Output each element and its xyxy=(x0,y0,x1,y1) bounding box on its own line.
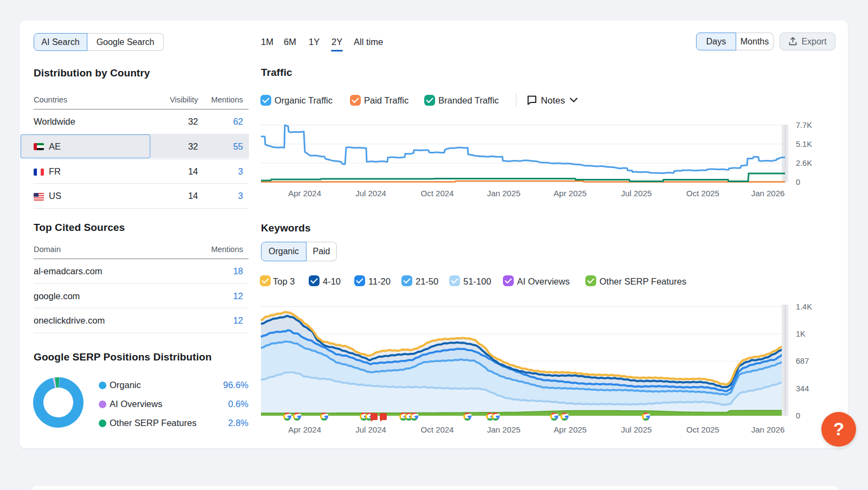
svg-text:0: 0 xyxy=(796,411,800,420)
svg-text:Apr 2025: Apr 2025 xyxy=(554,189,587,198)
svg-text:Jul 2024: Jul 2024 xyxy=(355,189,386,198)
svg-text:687: 687 xyxy=(796,357,809,365)
svg-text:Jan 2026: Jan 2026 xyxy=(751,425,785,434)
svg-text:Jan 2025: Jan 2025 xyxy=(487,189,521,198)
svg-text:0: 0 xyxy=(796,178,800,186)
svg-text:Oct 2025: Oct 2025 xyxy=(686,425,719,434)
svg-text:Jan 2025: Jan 2025 xyxy=(487,425,521,434)
svg-text:2.6K: 2.6K xyxy=(796,159,812,167)
svg-text:Jul 2025: Jul 2025 xyxy=(621,425,652,434)
svg-text:Oct 2024: Oct 2024 xyxy=(421,425,454,434)
svg-text:Oct 2025: Oct 2025 xyxy=(686,189,719,198)
svg-text:Apr 2024: Apr 2024 xyxy=(288,425,321,434)
svg-text:7.7K: 7.7K xyxy=(796,121,812,130)
svg-text:5.1K: 5.1K xyxy=(796,140,812,149)
svg-text:Jul 2025: Jul 2025 xyxy=(621,189,652,198)
svg-text:Oct 2024: Oct 2024 xyxy=(421,189,454,198)
svg-text:Apr 2024: Apr 2024 xyxy=(288,189,321,198)
svg-text:Jul 2024: Jul 2024 xyxy=(355,425,386,434)
svg-text:Jan 2026: Jan 2026 xyxy=(751,189,785,198)
svg-text:1.4K: 1.4K xyxy=(796,302,812,311)
svg-text:Apr 2025: Apr 2025 xyxy=(554,425,587,434)
svg-text:1K: 1K xyxy=(796,330,806,338)
svg-text:344: 344 xyxy=(796,384,809,393)
